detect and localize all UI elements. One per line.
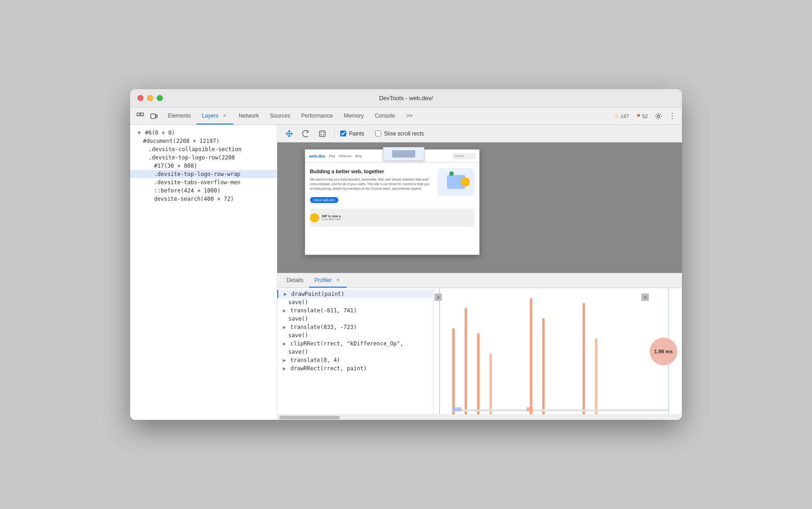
paints-checkbox-group[interactable]: Paints [340,130,364,137]
svg-rect-15 [595,339,597,414]
paints-label: Paints [349,130,364,137]
svg-rect-13 [542,318,544,414]
layer-item[interactable]: #document(2208 × 12197) [130,137,277,145]
slow-scroll-checkbox-group[interactable]: Slow scroll rects [375,130,424,137]
svg-rect-10 [477,334,480,414]
inspect-icon[interactable] [134,110,147,123]
profiler-item[interactable]: save() [277,298,433,306]
layer-item-selected[interactable]: .devsite-top-logo-row-wrap [130,170,277,178]
profiler-item[interactable]: ▶ clipRRect(rrect, "kDifference_Op", [277,339,433,348]
window-title: DevTools - web.dev/ [379,95,433,102]
devtools-icons [134,107,160,124]
traffic-lights [137,95,163,101]
svg-rect-11 [490,354,492,414]
layer-sidebar: ▼ #6(0 × 0) #document(2208 × 12197) .dev… [130,125,277,420]
layer-item[interactable]: .devsite-collapsible-section [130,145,277,153]
profiler-item[interactable]: save() [277,348,433,356]
svg-rect-3 [156,115,157,118]
warning-icon: ⚠ [614,113,619,119]
close-button[interactable] [137,95,143,101]
more-icon[interactable]: ⋮ [666,110,678,122]
layer-item[interactable]: #17(30 × 808) [130,162,277,170]
profiler-item[interactable]: ▶ drawRRect(rrect, paint) [277,364,433,373]
warning-badge[interactable]: ⚠ 147 [612,112,631,120]
site-preview: web.dev Play Measure Blog Search Buildin… [305,149,480,255]
tab-elements[interactable]: Elements [162,107,196,124]
svg-rect-14 [583,303,585,414]
svg-rect-6 [439,288,440,414]
tab-profiler-close[interactable]: ✕ [335,277,341,283]
error-icon: ⚑ [636,113,641,119]
profiler-item[interactable]: ▶ translate(0, 4) [277,356,433,364]
svg-rect-17 [452,407,462,412]
tab-console[interactable]: Console [369,107,400,124]
canvas-area[interactable]: web.dev Play Measure Blog Search Buildin… [277,142,682,273]
pause-left-button[interactable]: ⏸ [435,294,442,301]
bottom-content: ▶ drawPaint(paint) save() ▶ translate(-8… [277,288,682,414]
paints-checkbox[interactable] [340,130,346,136]
svg-rect-2 [151,114,155,119]
tab-network[interactable]: Network [233,107,264,124]
slow-scroll-label: Slow scroll rects [384,130,424,137]
device-toolbar-icon[interactable] [148,110,160,123]
tab-layers[interactable]: Layers ✕ [196,107,233,124]
tab-bar: Elements Layers ✕ Network Sources Perfor… [130,107,682,125]
right-panel: Paints Slow scroll rects web.dev Pla [277,125,682,420]
tab-profiler[interactable]: Profiler ✕ [309,273,347,288]
toolbar-divider [334,129,335,138]
layer-item[interactable]: .devsite-tabs-overflow-men [130,178,277,187]
svg-rect-12 [530,298,532,414]
profiler-item[interactable]: save() [277,331,433,339]
rotate-tool-button[interactable] [299,127,312,140]
title-bar: DevTools - web.dev/ [130,89,682,107]
timer-badge: 1.98 ms [650,338,677,365]
svg-rect-1 [141,113,143,116]
layer-item[interactable]: ::before(424 × 1000) [130,187,277,195]
svg-rect-18 [527,407,533,412]
layer-item[interactable]: .devsite-top-logo-row(2208 [130,153,277,162]
tab-performance[interactable]: Performance [296,107,338,124]
fit-screen-button[interactable] [316,127,329,140]
svg-rect-0 [137,113,140,116]
bottom-scrollbar[interactable] [277,414,682,420]
error-badge[interactable]: ⚑ 52 [634,112,651,120]
profiler-item[interactable]: ▶ translate(833, -723) [277,323,433,331]
profiler-tree[interactable]: ▶ drawPaint(paint) save() ▶ translate(-8… [277,288,434,414]
scroll-thumb[interactable] [279,416,340,419]
pause-right-button[interactable]: ⏸ [641,294,649,301]
slow-scroll-checkbox[interactable] [375,130,381,136]
tab-bar-right: ⚠ 147 ⚑ 52 ⋮ [612,107,678,124]
svg-rect-5 [320,131,325,136]
layer-preview-card [383,147,424,161]
settings-icon[interactable] [652,110,664,122]
tab-more[interactable]: >> [400,107,418,124]
timeline-chart [434,288,682,414]
minimize-button[interactable] [147,95,153,101]
layer-item[interactable]: ▼ #6(0 × 0) [130,129,277,137]
tab-sources[interactable]: Sources [264,107,296,124]
layer-tree[interactable]: ▼ #6(0 × 0) #document(2208 × 12197) .dev… [130,125,277,420]
svg-point-4 [658,115,660,117]
profiler-item[interactable]: ▶ translate(-811, 741) [277,306,433,315]
maximize-button[interactable] [157,95,163,101]
layers-toolbar: Paints Slow scroll rects [277,125,682,142]
svg-rect-9 [465,308,467,414]
profiler-item[interactable]: save() [277,315,433,323]
tab-memory[interactable]: Memory [338,107,369,124]
devtools-window: DevTools - web.dev/ Elements Layers ✕ [130,89,682,420]
svg-rect-8 [452,328,455,414]
bottom-panel: Details Profiler ✕ ▶ drawPaint(paint) [277,273,682,420]
main-content: ▼ #6(0 × 0) #document(2208 × 12197) .dev… [130,125,682,420]
layer-item[interactable]: devsite-search(400 × 72) [130,195,277,203]
tab-layers-close[interactable]: ✕ [221,113,228,119]
arrow-icon: ▼ [137,130,141,136]
timeline-area[interactable]: ⏸ ⏸ [434,288,682,414]
tab-details[interactable]: Details [281,273,309,288]
svg-rect-16 [452,409,670,411]
bottom-tab-bar: Details Profiler ✕ [277,273,682,288]
profiler-item[interactable]: ▶ drawPaint(paint) [277,290,433,298]
pan-tool-button[interactable] [283,127,296,140]
